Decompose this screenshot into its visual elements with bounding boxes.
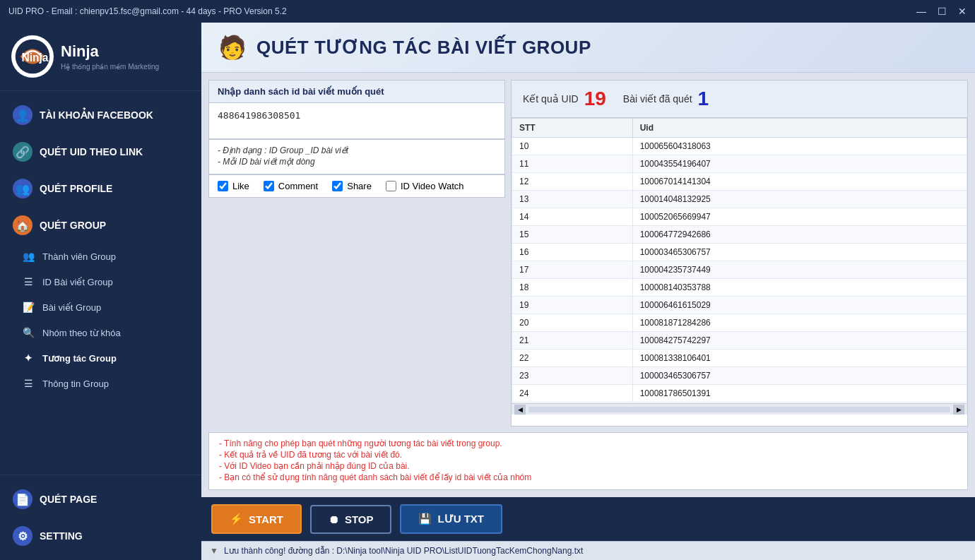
sidebar-submenu-nhom-tu-khoa-label: Nhóm theo từ khóa <box>42 328 121 338</box>
format-line-2: - Mỗi ID bài viết một dòng <box>218 157 496 167</box>
like-checkbox[interactable] <box>218 181 228 191</box>
uid-label: Kết quả UID <box>523 93 579 105</box>
scroll-track[interactable] <box>528 407 950 412</box>
sidebar-item-facebook[interactable]: 👤 TÀI KHOẢN FACEBOOK <box>0 97 201 133</box>
id-post-icon: ☰ <box>21 276 35 287</box>
cell-stt: 15 <box>512 226 633 244</box>
cell-uid: 100008140353788 <box>632 279 967 297</box>
comment-checkbox[interactable] <box>264 181 274 191</box>
post-icon: 📝 <box>21 302 35 313</box>
cell-stt: 18 <box>512 279 633 297</box>
save-button[interactable]: 💾 LƯU TXT <box>400 504 502 534</box>
stop-button[interactable]: ⏺ STOP <box>310 505 392 534</box>
sidebar-submenu-tuong-tac-label: Tương tác Group <box>42 353 117 364</box>
scroll-left-btn[interactable]: ◀ <box>514 405 526 415</box>
table-row: 20100081871284286 <box>512 314 967 332</box>
minimize-button[interactable]: — <box>916 6 926 17</box>
status-bar: ▼ Lưu thành công! đường dẫn : D:\Ninja t… <box>201 541 975 560</box>
like-label: Like <box>232 181 249 191</box>
cell-stt: 17 <box>512 261 633 279</box>
results-table: STT Uid 10100065604318063111000435541964… <box>512 118 967 403</box>
video-watch-checkbox[interactable] <box>386 181 396 191</box>
sidebar-item-uid-link[interactable]: 🔗 QUÉT UID THEO LINK <box>0 133 201 170</box>
scroll-right-btn[interactable]: ▶ <box>953 405 964 415</box>
table-row: 21100084275742297 <box>512 332 967 350</box>
logo-text: Ninja Hệ thống phần mềm Marketing <box>61 42 159 71</box>
sidebar-submenu-bai-viet-label: Bài viết Group <box>42 302 101 313</box>
uid-count: 19 <box>584 88 606 110</box>
table-row: 19100006461615029 <box>512 297 967 314</box>
results-panel: Kết quả UID 19 Bài viết đã quét 1 <box>511 80 968 427</box>
profile-icon: 👥 <box>13 179 32 198</box>
sidebar-submenu-nhom-tu-khoa[interactable]: 🔍 Nhóm theo từ khóa <box>0 320 201 345</box>
sidebar-item-group[interactable]: 🏠 QUÉT GROUP <box>0 207 201 244</box>
table-row: 16100003465306757 <box>512 244 967 261</box>
setting-icon: ⚙ <box>13 526 32 546</box>
logo-title: Ninja <box>61 42 159 62</box>
table-row: 13100014048132925 <box>512 191 967 208</box>
info-group-icon: ☰ <box>21 378 35 389</box>
header-icon: 🧑 <box>218 34 247 61</box>
cell-stt: 21 <box>512 332 633 350</box>
info-line-3: - Với ID Video bạn cần phải nhập đúng ID… <box>219 461 957 471</box>
cell-uid: 100003465306757 <box>632 244 967 261</box>
table-row: 11100043554196407 <box>512 155 967 173</box>
comment-label: Comment <box>278 181 318 191</box>
page-header: 🧑 QUÉT TƯƠNG TÁC BÀI VIẾT GROUP <box>201 23 975 73</box>
video-watch-label: ID Video Watch <box>401 181 464 191</box>
cell-uid: 100043554196407 <box>632 155 967 173</box>
horizontal-scrollbar[interactable]: ◀ ▶ <box>512 403 967 415</box>
scanned-stat: Bài viết đã quét 1 <box>623 88 709 110</box>
logo-icon: Ninja <box>11 35 54 78</box>
close-button[interactable]: ✕ <box>958 6 967 17</box>
sidebar-submenu-id-bai-viet-label: ID Bài viết Group <box>42 277 113 287</box>
table-row: 24100081786501391 <box>512 385 967 403</box>
title-bar-controls: — ☐ ✕ <box>916 6 967 17</box>
cell-stt: 20 <box>512 314 633 332</box>
title-bar-text: UID PRO - Email : chienpv15.fsc@gmail.co… <box>8 6 287 16</box>
checkbox-share[interactable]: Share <box>332 181 372 191</box>
sidebar-submenu-thanh-vien[interactable]: 👥 Thành viên Group <box>0 244 201 269</box>
sidebar-submenu-bai-viet[interactable]: 📝 Bài viết Group <box>0 294 201 320</box>
table-scroll[interactable]: STT Uid 10100065604318063111000435541964… <box>512 118 967 403</box>
cell-uid: 100067014141304 <box>632 173 967 191</box>
sidebar-item-profile[interactable]: 👥 QUÉT PROFILE <box>0 170 201 207</box>
table-container: STT Uid 10100065604318063111000435541964… <box>512 118 967 426</box>
sidebar-submenu-thong-tin[interactable]: ☰ Thông tin Group <box>0 371 201 396</box>
table-row: 22100081338106401 <box>512 350 967 367</box>
post-id-input[interactable]: 488641986308501 <box>209 103 504 138</box>
stop-icon: ⏺ <box>329 513 339 525</box>
table-row: 17100004235737449 <box>512 261 967 279</box>
content-area: Nhập danh sách id bài viết muốn quét 488… <box>201 73 975 497</box>
sidebar-item-profile-label: QUÉT PROFILE <box>40 183 112 194</box>
sidebar-submenu-tuong-tac[interactable]: ✦ Tương tác Group <box>0 345 201 371</box>
maximize-button[interactable]: ☐ <box>938 6 947 17</box>
main-content: 🧑 QUÉT TƯƠNG TÁC BÀI VIẾT GROUP Nhập dan… <box>201 23 975 560</box>
share-label: Share <box>347 181 372 191</box>
share-checkbox[interactable] <box>332 181 343 191</box>
input-panel: Nhập danh sách id bài viết muốn quét 488… <box>208 80 505 139</box>
cell-uid: 100004235737449 <box>632 261 967 279</box>
sidebar-submenu-id-bai-viet[interactable]: ☰ ID Bài viết Group <box>0 269 201 294</box>
logo-subtitle: Hệ thống phần mềm Marketing <box>61 62 159 71</box>
checkbox-like[interactable]: Like <box>218 181 249 191</box>
start-button[interactable]: ⚡ START <box>211 504 302 534</box>
sidebar-item-setting[interactable]: ⚙ SETTING <box>0 518 201 554</box>
info-line-1: - Tính năng cho phép bạn quét những ngườ… <box>219 439 957 448</box>
table-row: 18100008140353788 <box>512 279 967 297</box>
cell-stt: 13 <box>512 191 633 208</box>
interaction-icon: ✦ <box>21 352 35 364</box>
checkbox-video-watch[interactable]: ID Video Watch <box>386 181 464 191</box>
cell-uid: 100006461615029 <box>632 297 967 314</box>
table-row: 23100003465306757 <box>512 367 967 385</box>
sidebar-item-page[interactable]: 📄 QUÉT PAGE <box>0 481 201 518</box>
table-row: 10100065604318063 <box>512 138 967 155</box>
cell-stt: 11 <box>512 155 633 173</box>
checkbox-comment[interactable]: Comment <box>264 181 318 191</box>
sidebar-item-uid-link-label: QUÉT UID THEO LINK <box>40 146 143 157</box>
cell-stt: 12 <box>512 173 633 191</box>
cell-stt: 23 <box>512 367 633 385</box>
format-line-1: - Định dạng : ID Group _ID bài viết <box>218 145 496 155</box>
cell-stt: 10 <box>512 138 633 155</box>
sidebar-item-group-label: QUÉT GROUP <box>40 220 106 231</box>
